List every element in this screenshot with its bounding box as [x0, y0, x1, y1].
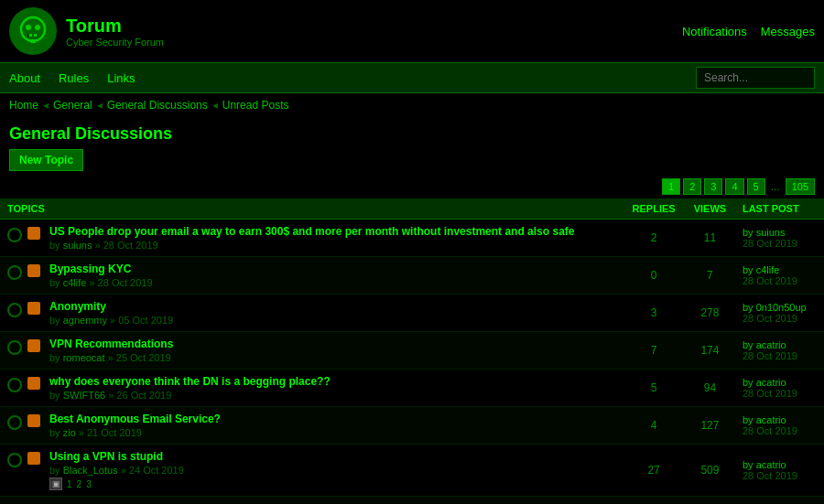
col-views: VIEWS: [685, 198, 735, 220]
svg-rect-7: [30, 39, 36, 43]
last-post-user: by c4life: [743, 264, 779, 275]
topic-replies: 7: [623, 497, 685, 505]
topic-read-icon: [7, 303, 22, 317]
nav-rules[interactable]: Rules: [59, 71, 89, 85]
topic-type-icon: [27, 302, 40, 315]
breadcrumb-general[interactable]: General: [53, 99, 92, 112]
table-row: Anonymity by agnemmy » 05 Oct 2019 3278b…: [0, 295, 824, 332]
topic-author-link[interactable]: suiuns: [63, 240, 92, 251]
sub-page-link[interactable]: 2: [77, 479, 82, 489]
last-post-date: 28 Oct 2019: [743, 425, 797, 436]
topic-read-icon: [7, 378, 22, 392]
topic-info: VPN Recommendations by romeocat » 25 Oct…: [49, 338, 173, 363]
topic-author-link[interactable]: agnemmy: [63, 315, 107, 326]
page-title-area: General Discussions New Topic: [0, 117, 824, 175]
breadcrumb-general-discussions[interactable]: General Discussions: [107, 99, 208, 112]
site-title: Torum: [66, 16, 164, 37]
topic-views: 127: [685, 407, 735, 445]
topic-cell: Anonymity by agnemmy » 05 Oct 2019: [0, 295, 623, 332]
page-5[interactable]: 5: [747, 178, 765, 195]
table-body: US People drop your email a way to earn …: [0, 220, 824, 505]
breadcrumb-home[interactable]: Home: [9, 99, 38, 112]
site-branding: Torum Cyber Security Forum: [66, 16, 164, 48]
last-post-user-link[interactable]: c4life: [756, 264, 780, 275]
topic-replies: 7: [623, 332, 685, 370]
last-post-user-link[interactable]: acatrio: [756, 414, 786, 425]
topic-cell: Using a VPN is stupid by Black_Lotus » 2…: [0, 445, 623, 497]
last-post-user-link[interactable]: acatrio: [756, 377, 786, 388]
topic-meta: by c4life » 28 Oct 2019: [49, 277, 153, 288]
last-post-user-link[interactable]: 0n10n50up: [756, 302, 807, 313]
topics-table: TOPICS REPLIES VIEWS LAST POST US People…: [0, 198, 824, 504]
sub-page-link[interactable]: 1: [67, 479, 72, 489]
sub-page-link[interactable]: 3: [86, 479, 92, 489]
topic-author-link[interactable]: zio: [63, 427, 76, 438]
topic-title-link[interactable]: Using a VPN is stupid: [49, 450, 184, 463]
topic-title-link[interactable]: Bypassing KYC: [49, 263, 153, 275]
topic-last-post: by c4life28 Oct 2019: [735, 257, 824, 295]
topic-replies: 27: [623, 445, 685, 497]
page-dots: ...: [768, 178, 783, 195]
last-post-date: 28 Oct 2019: [743, 275, 797, 286]
topic-icon-wrap: [7, 338, 44, 355]
messages-link[interactable]: Messages: [761, 25, 815, 38]
topic-replies: 0: [623, 257, 685, 295]
page-2[interactable]: 2: [683, 178, 701, 195]
topic-views: 174: [685, 332, 735, 370]
topic-cell: US People drop your email a way to earn …: [0, 220, 623, 257]
page-4[interactable]: 4: [725, 178, 743, 195]
topic-author-link[interactable]: SWIFT66: [63, 390, 105, 401]
topic-read-icon: [7, 453, 22, 467]
topic-title-link[interactable]: US People drop your email a way to earn …: [49, 225, 574, 238]
page-3[interactable]: 3: [704, 178, 722, 195]
last-post-date: 28 Oct 2019: [743, 238, 797, 249]
topic-last-post: by 0n10n50up28 Oct 2019: [735, 295, 824, 332]
topic-type-icon: [27, 452, 40, 465]
last-post-date: 28 Oct 2019: [743, 350, 797, 361]
notifications-link[interactable]: Notifications: [682, 25, 747, 38]
table-row: US People drop your email a way to earn …: [0, 220, 824, 257]
topic-cell-inner: VPN Recommendations by romeocat » 25 Oct…: [7, 338, 615, 363]
topic-title-link[interactable]: why does everyone think the DN is a begg…: [49, 375, 331, 388]
nav-links[interactable]: Links: [107, 71, 135, 85]
nav-about[interactable]: About: [9, 71, 40, 85]
breadcrumb-unread[interactable]: Unread Posts: [222, 99, 289, 112]
topic-icon-wrap: [7, 450, 44, 467]
topic-meta: by SWIFT66 » 26 Oct 2019: [49, 390, 331, 401]
nav-links: About Rules Links: [9, 71, 136, 85]
topic-cell: VPN Recommendations by romeocat » 25 Oct…: [0, 332, 623, 370]
topic-cell: Bypassing KYC by c4life » 28 Oct 2019: [0, 257, 623, 295]
table-row: Using a VPN is stupid by Black_Lotus » 2…: [0, 445, 824, 497]
col-topics: TOPICS: [0, 198, 623, 220]
last-post-user-link[interactable]: suiuns: [756, 227, 786, 238]
topic-read-icon: [7, 415, 22, 430]
topic-last-post: by acatrio28 Oct 2019: [735, 332, 824, 370]
topic-title-link[interactable]: Best Anonymous Email Service?: [49, 413, 221, 425]
last-post-user: by 0n10n50up: [743, 302, 807, 313]
topic-info: Using a VPN is stupid by Black_Lotus » 2…: [49, 450, 184, 490]
table-row: Best password list by eastcreamy » 26 Oc…: [0, 497, 824, 505]
topic-meta: by romeocat » 25 Oct 2019: [49, 352, 173, 363]
last-post-user-link[interactable]: acatrio: [756, 459, 786, 470]
search-input[interactable]: [696, 67, 815, 89]
new-topic-button[interactable]: New Topic: [9, 149, 83, 171]
last-post-user-link[interactable]: acatrio: [756, 339, 786, 350]
topic-author-link[interactable]: romeocat: [63, 352, 105, 363]
topic-views: 278: [685, 295, 735, 332]
topic-info: why does everyone think the DN is a begg…: [49, 375, 331, 401]
topic-cell-inner: Anonymity by agnemmy » 05 Oct 2019: [7, 300, 615, 326]
site-logo: [9, 7, 57, 55]
search-area: [696, 67, 815, 89]
topic-title-link[interactable]: VPN Recommendations: [49, 338, 173, 350]
topic-title-link[interactable]: Anonymity: [49, 300, 173, 313]
topic-cell: why does everyone think the DN is a begg…: [0, 370, 623, 407]
topic-author-link[interactable]: Black_Lotus: [63, 465, 118, 476]
topic-last-post: by acatrio28 Oct 2019: [735, 407, 824, 445]
page-105[interactable]: 105: [786, 178, 815, 195]
topic-info: Best Anonymous Email Service? by zio » 2…: [49, 413, 221, 438]
topic-author-link[interactable]: c4life: [63, 277, 87, 288]
page-1[interactable]: 1: [662, 178, 680, 195]
topic-last-post: by acatrio28 Oct 2019: [735, 445, 824, 497]
topic-read-icon: [7, 340, 22, 355]
topic-cell-inner: Bypassing KYC by c4life » 28 Oct 2019: [7, 263, 615, 288]
